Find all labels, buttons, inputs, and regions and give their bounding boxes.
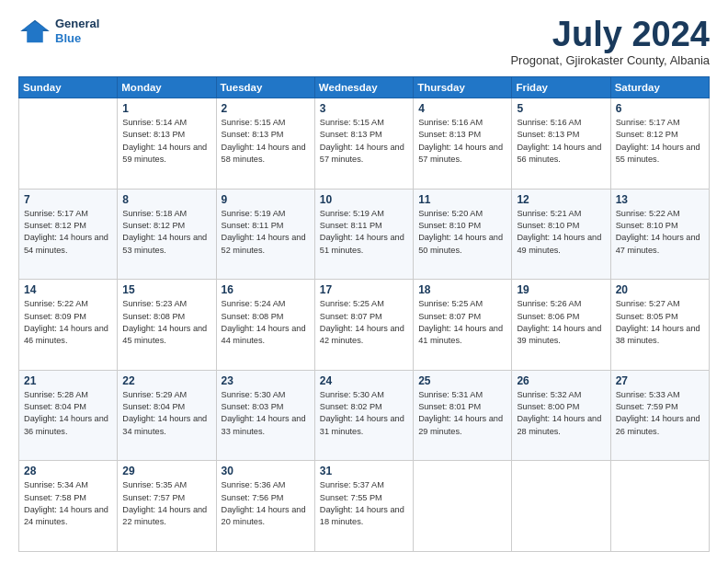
table-row: 8Sunrise: 5:18 AM Sunset: 8:12 PM Daylig… <box>118 189 216 280</box>
calendar-table: Sunday Monday Tuesday Wednesday Thursday… <box>18 76 710 552</box>
cell-info: Sunrise: 5:17 AM Sunset: 8:12 PM Dayligh… <box>616 117 704 166</box>
table-row: 24Sunrise: 5:30 AM Sunset: 8:02 PM Dayli… <box>314 370 413 461</box>
col-sunday: Sunday <box>19 77 118 98</box>
day-number: 23 <box>222 374 310 387</box>
table-row: 21Sunrise: 5:28 AM Sunset: 8:04 PM Dayli… <box>19 370 118 461</box>
logo-text-block: General Blue <box>55 17 99 45</box>
cell-info: Sunrise: 5:29 AM Sunset: 8:04 PM Dayligh… <box>122 389 210 438</box>
table-row: 3Sunrise: 5:15 AM Sunset: 8:13 PM Daylig… <box>314 98 413 190</box>
cell-info: Sunrise: 5:21 AM Sunset: 8:10 PM Dayligh… <box>517 208 605 257</box>
table-row: 11Sunrise: 5:20 AM Sunset: 8:10 PM Dayli… <box>414 189 512 280</box>
cell-info: Sunrise: 5:33 AM Sunset: 7:59 PM Dayligh… <box>616 389 704 438</box>
day-number: 14 <box>24 283 112 296</box>
day-number: 16 <box>222 283 310 296</box>
day-number: 17 <box>320 283 408 296</box>
calendar-week-1: 1Sunrise: 5:14 AM Sunset: 8:13 PM Daylig… <box>19 98 710 190</box>
day-number: 18 <box>418 283 506 296</box>
header: General Blue July 2024 Progonat, Gjiroka… <box>18 17 710 67</box>
logo-icon <box>18 18 51 44</box>
col-saturday: Saturday <box>610 77 709 98</box>
cell-info: Sunrise: 5:24 AM Sunset: 8:08 PM Dayligh… <box>222 298 310 347</box>
day-number: 27 <box>616 374 704 387</box>
cell-info: Sunrise: 5:15 AM Sunset: 8:13 PM Dayligh… <box>320 117 408 166</box>
cell-info: Sunrise: 5:17 AM Sunset: 8:12 PM Dayligh… <box>24 208 112 257</box>
day-number: 5 <box>517 102 605 115</box>
table-row: 30Sunrise: 5:36 AM Sunset: 7:56 PM Dayli… <box>216 461 314 552</box>
cell-info: Sunrise: 5:18 AM Sunset: 8:12 PM Dayligh… <box>122 208 210 257</box>
cell-info: Sunrise: 5:35 AM Sunset: 7:57 PM Dayligh… <box>122 479 210 528</box>
table-row <box>19 98 118 190</box>
day-number: 10 <box>320 193 408 206</box>
day-number: 25 <box>418 374 506 387</box>
day-number: 20 <box>616 283 704 296</box>
day-number: 12 <box>517 193 605 206</box>
table-row: 10Sunrise: 5:19 AM Sunset: 8:11 PM Dayli… <box>314 189 413 280</box>
table-row: 31Sunrise: 5:37 AM Sunset: 7:55 PM Dayli… <box>314 461 413 552</box>
table-row: 29Sunrise: 5:35 AM Sunset: 7:57 PM Dayli… <box>118 461 216 552</box>
table-row: 26Sunrise: 5:32 AM Sunset: 8:00 PM Dayli… <box>512 370 610 461</box>
cell-info: Sunrise: 5:19 AM Sunset: 8:11 PM Dayligh… <box>222 208 310 257</box>
col-thursday: Thursday <box>414 77 512 98</box>
cell-info: Sunrise: 5:30 AM Sunset: 8:03 PM Dayligh… <box>222 389 310 438</box>
cell-info: Sunrise: 5:28 AM Sunset: 8:04 PM Dayligh… <box>24 389 112 438</box>
cell-info: Sunrise: 5:15 AM Sunset: 8:13 PM Dayligh… <box>222 117 310 166</box>
cell-info: Sunrise: 5:22 AM Sunset: 8:09 PM Dayligh… <box>24 298 112 347</box>
cell-info: Sunrise: 5:27 AM Sunset: 8:05 PM Dayligh… <box>616 298 704 347</box>
col-wednesday: Wednesday <box>314 77 413 98</box>
table-row: 27Sunrise: 5:33 AM Sunset: 7:59 PM Dayli… <box>610 370 709 461</box>
table-row: 13Sunrise: 5:22 AM Sunset: 8:10 PM Dayli… <box>610 189 709 280</box>
cell-info: Sunrise: 5:25 AM Sunset: 8:07 PM Dayligh… <box>418 298 506 347</box>
cell-info: Sunrise: 5:14 AM Sunset: 8:13 PM Dayligh… <box>122 117 210 166</box>
cell-info: Sunrise: 5:30 AM Sunset: 8:02 PM Dayligh… <box>320 389 408 438</box>
table-row: 9Sunrise: 5:19 AM Sunset: 8:11 PM Daylig… <box>216 189 314 280</box>
day-number: 8 <box>122 193 210 206</box>
calendar-week-3: 14Sunrise: 5:22 AM Sunset: 8:09 PM Dayli… <box>19 280 710 371</box>
table-row: 17Sunrise: 5:25 AM Sunset: 8:07 PM Dayli… <box>314 280 413 371</box>
day-number: 6 <box>616 102 704 115</box>
day-number: 19 <box>517 283 605 296</box>
day-number: 28 <box>24 465 112 477</box>
logo-line1: General <box>55 17 99 31</box>
calendar-header-row: Sunday Monday Tuesday Wednesday Thursday… <box>19 77 710 98</box>
day-number: 13 <box>616 193 704 206</box>
cell-info: Sunrise: 5:16 AM Sunset: 8:13 PM Dayligh… <box>517 117 605 166</box>
table-row: 12Sunrise: 5:21 AM Sunset: 8:10 PM Dayli… <box>512 189 610 280</box>
day-number: 3 <box>320 102 408 115</box>
table-row: 1Sunrise: 5:14 AM Sunset: 8:13 PM Daylig… <box>118 98 216 190</box>
day-number: 31 <box>320 465 408 477</box>
table-row: 25Sunrise: 5:31 AM Sunset: 8:01 PM Dayli… <box>414 370 512 461</box>
page: General Blue July 2024 Progonat, Gjiroka… <box>0 0 728 563</box>
table-row: 18Sunrise: 5:25 AM Sunset: 8:07 PM Dayli… <box>414 280 512 371</box>
cell-info: Sunrise: 5:23 AM Sunset: 8:08 PM Dayligh… <box>122 298 210 347</box>
table-row: 14Sunrise: 5:22 AM Sunset: 8:09 PM Dayli… <box>19 280 118 371</box>
table-row: 6Sunrise: 5:17 AM Sunset: 8:12 PM Daylig… <box>610 98 709 190</box>
day-number: 30 <box>222 465 310 477</box>
table-row <box>610 461 709 552</box>
day-number: 4 <box>418 102 506 115</box>
cell-info: Sunrise: 5:19 AM Sunset: 8:11 PM Dayligh… <box>320 208 408 257</box>
table-row: 16Sunrise: 5:24 AM Sunset: 8:08 PM Dayli… <box>216 280 314 371</box>
calendar-week-5: 28Sunrise: 5:34 AM Sunset: 7:58 PM Dayli… <box>19 461 710 552</box>
day-number: 29 <box>122 465 210 477</box>
table-row: 19Sunrise: 5:26 AM Sunset: 8:06 PM Dayli… <box>512 280 610 371</box>
logo-line2: Blue <box>55 31 99 46</box>
table-row: 28Sunrise: 5:34 AM Sunset: 7:58 PM Dayli… <box>19 461 118 552</box>
day-number: 15 <box>122 283 210 296</box>
day-number: 11 <box>418 193 506 206</box>
table-row <box>512 461 610 552</box>
day-number: 7 <box>24 193 112 206</box>
day-number: 9 <box>222 193 310 206</box>
cell-info: Sunrise: 5:16 AM Sunset: 8:13 PM Dayligh… <box>418 117 506 166</box>
location: Progonat, Gjirokaster County, Albania <box>510 53 710 67</box>
calendar-week-2: 7Sunrise: 5:17 AM Sunset: 8:12 PM Daylig… <box>19 189 710 280</box>
col-tuesday: Tuesday <box>216 77 314 98</box>
table-row: 2Sunrise: 5:15 AM Sunset: 8:13 PM Daylig… <box>216 98 314 190</box>
day-number: 1 <box>122 102 210 115</box>
cell-info: Sunrise: 5:22 AM Sunset: 8:10 PM Dayligh… <box>616 208 704 257</box>
cell-info: Sunrise: 5:37 AM Sunset: 7:55 PM Dayligh… <box>320 479 408 528</box>
day-number: 26 <box>517 374 605 387</box>
month-title: July 2024 <box>510 17 710 52</box>
table-row <box>414 461 512 552</box>
cell-info: Sunrise: 5:32 AM Sunset: 8:00 PM Dayligh… <box>517 389 605 438</box>
table-row: 23Sunrise: 5:30 AM Sunset: 8:03 PM Dayli… <box>216 370 314 461</box>
